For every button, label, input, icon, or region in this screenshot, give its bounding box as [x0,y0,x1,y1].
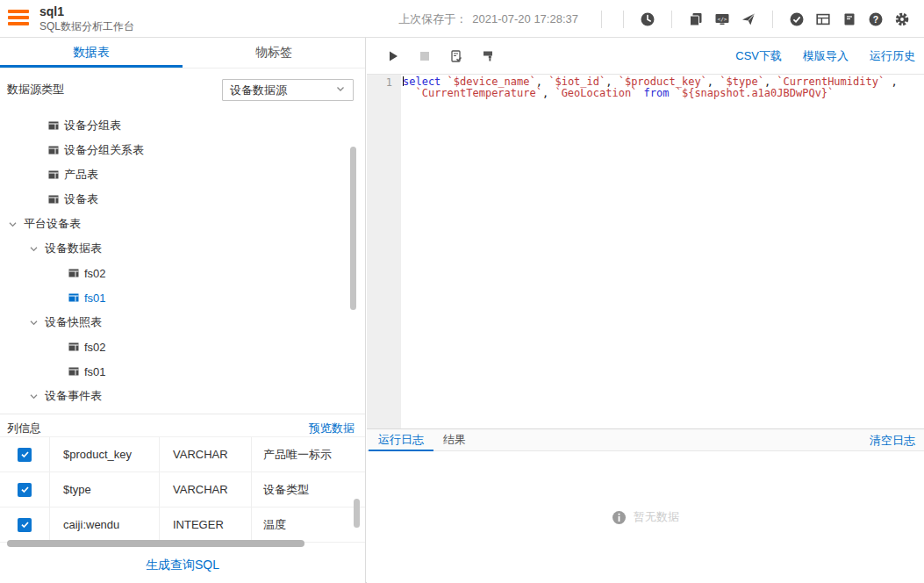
settings-gear-icon[interactable] [889,6,915,32]
page-subtitle: SQL数据分析工作台 [39,19,134,33]
table-icon [48,194,59,205]
code-token: `CurrentHumidity` [777,76,885,88]
chevron-down-icon[interactable] [28,243,39,255]
column-type-cell: INTEGER [160,507,252,542]
code-screen-icon[interactable]: </> [709,6,735,32]
tree-item[interactable]: 产品表 [0,162,365,187]
column-desc-cell: 温度 [252,507,365,542]
tree-item-label: 设备表 [64,191,98,207]
tree-item[interactable]: fs01 [0,285,365,310]
code-token: , [536,76,548,88]
format-sql-icon[interactable] [477,46,498,67]
tree-item-label: fs02 [84,341,106,354]
tree-item[interactable]: 设备分组表 [0,113,365,138]
tab-data-tables[interactable]: 数据表 [0,38,183,68]
chevron-down-icon[interactable] [7,219,18,230]
run-icon[interactable] [383,46,404,67]
toolbar-icon-group [383,46,509,67]
tree-item[interactable]: 设备分组关系表 [0,138,365,162]
code-token: `GeoLocation` [555,87,637,99]
tree-item[interactable]: fs02 [0,335,365,359]
syntax-check-icon[interactable] [446,46,467,67]
history-clock-icon[interactable] [634,6,661,32]
datasource-row: 数据源类型 设备数据源 [0,68,365,110]
code-token [441,76,447,88]
send-icon[interactable] [735,6,762,32]
checkbox-cell [0,437,50,471]
columns-title: 列信息 [7,421,41,436]
editor-panel: CSV下载模版导入运行历史 1 select `$device_name`, `… [367,38,924,583]
menu-icon[interactable] [8,10,29,27]
columns-horizontal-scrollbar[interactable] [7,540,304,547]
code-token: from [644,87,670,99]
datasource-select[interactable]: 设备数据源 [222,79,354,101]
tree-item-label: 设备分组表 [64,118,121,133]
check-circle-icon[interactable] [784,6,810,32]
column-name: $product_key [63,448,132,461]
column-checkbox[interactable] [18,448,32,462]
tab-run-log[interactable]: 运行日志 [369,429,433,451]
clear-log-link[interactable]: 清空日志 [870,433,915,449]
column-type: INTEGER [173,518,224,531]
editor-gutter: 1 [367,75,401,428]
tab-result[interactable]: 结果 [433,429,476,451]
empty-state: 暂无数据 [612,509,679,525]
code-token [637,87,643,99]
tree-item[interactable]: fs02 [0,261,365,285]
column-checkbox[interactable] [18,518,32,532]
divider [623,11,624,28]
toolbar-links: CSV下载模版导入运行历史 [714,38,915,75]
table-icon [68,268,79,278]
code-token: , [707,76,720,88]
column-desc-cell: 设备类型 [252,472,365,507]
code-token: `${snapshot.a1a0JBDwPQv}` [676,87,834,99]
copy-icon[interactable] [683,6,709,32]
csv-download-link[interactable]: CSV下载 [735,48,782,64]
columns-vertical-scrollbar[interactable] [354,499,360,528]
generate-sql-button[interactable]: 生成查询SQL [146,558,219,572]
datasource-label: 数据源类型 [7,82,64,97]
code-token: , [605,76,618,88]
template-import-link[interactable]: 模版导入 [803,48,849,64]
tab-thing-tags[interactable]: 物标签 [183,38,365,68]
code-token: `$device_name` [448,76,536,88]
datasource-value: 设备数据源 [230,83,287,98]
tree-item-label: 设备数据表 [45,241,102,256]
code-token: , [542,87,555,99]
table-icon [48,145,59,155]
tree-item[interactable]: 设备快照表 [0,310,365,335]
table-layout-icon[interactable] [810,6,836,32]
tree-item[interactable]: 平台设备表 [0,212,365,236]
table-row: $product_keyVARCHAR产品唯一标示 [0,437,365,472]
preview-data-link[interactable]: 预览数据 [309,421,355,436]
sql-editor: 1 select `$device_name`, `$iot_id`, `$pr… [367,75,924,428]
columns-table: $product_keyVARCHAR产品唯一标示$typeVARCHAR设备类… [0,436,365,543]
editor-toolbar: CSV下载模版导入运行历史 [367,38,924,75]
sql-code-area[interactable]: select `$device_name`, `$iot_id`, `$prod… [401,75,924,428]
column-checkbox[interactable] [18,483,32,497]
tree-item[interactable]: 设备数据表 [0,236,365,261]
tree-item[interactable]: fs01 [0,359,365,384]
notes-doc-icon[interactable] [836,6,863,32]
header-actions: 上次保存于：2021-07-20 17:28:37 </>? [398,0,915,38]
svg-text:?: ? [873,13,878,24]
column-desc: 产品唯一标示 [263,447,332,463]
tree-item[interactable]: 设备事件表 [0,384,365,408]
tree-item-label: 设备分组关系表 [64,142,144,158]
column-name-cell: caiji:wendu [50,507,160,542]
code-token: `CurrentTemperature` [415,87,542,99]
chevron-down-icon[interactable] [28,391,39,402]
stop-icon[interactable] [414,46,435,67]
info-icon [612,510,627,525]
help-icon[interactable]: ? [863,6,889,32]
tree-item-label: fs02 [84,267,106,280]
run-history-link[interactable]: 运行历史 [870,48,915,64]
table-row: caiji:wenduINTEGER温度 [0,507,365,543]
tree-item[interactable]: 设备表 [0,187,365,212]
chevron-down-icon[interactable] [28,317,39,328]
divider [772,11,773,28]
page-title: sql1 [39,4,134,19]
table-icon [48,169,59,180]
tree-item-label: fs01 [84,365,106,378]
tree-scrollbar[interactable] [350,147,356,310]
